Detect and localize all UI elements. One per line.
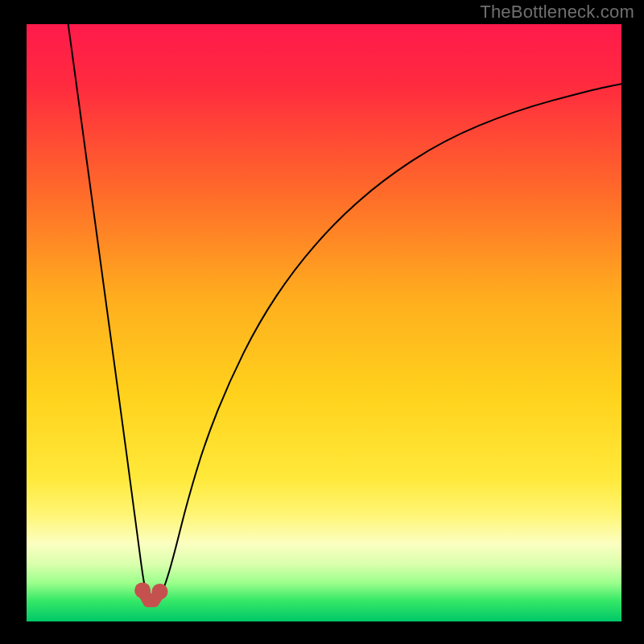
chart-svg [27,24,621,621]
plot-area [27,24,621,621]
gradient-background [27,24,621,621]
marker-dot [152,584,168,600]
watermark-text: TheBottleneck.com [480,2,634,23]
outer-frame: TheBottleneck.com [0,0,644,644]
